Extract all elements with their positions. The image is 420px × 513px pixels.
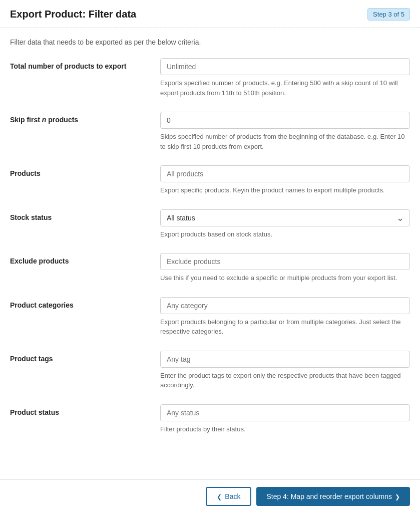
chevron-right-icon (395, 492, 400, 500)
hint-product-tags: Enter the product tags to export only th… (160, 371, 410, 390)
field-exclude-products: Use this if you need to exclude a specif… (160, 253, 410, 283)
form-row-product-categories: Product categories Export products belon… (10, 297, 410, 337)
hint-product-categories: Export products belonging to a particula… (160, 317, 410, 337)
form-row-stock-status: Stock status All status In stock Out of … (10, 209, 410, 239)
form-row-skip-products: Skip first n products Skips specified nu… (10, 112, 410, 151)
form-row-total-products: Total number of products to export Expor… (10, 58, 410, 98)
label-skip-products: Skip first n products (10, 112, 160, 124)
label-product-categories: Product categories (10, 297, 160, 309)
label-product-tags: Product tags (10, 351, 160, 363)
chevron-left-icon (217, 492, 222, 500)
select-wrapper-stock-status: All status In stock Out of stock On back… (160, 209, 410, 226)
field-product-categories: Export products belonging to a particula… (160, 297, 410, 337)
back-button-label: Back (225, 492, 240, 500)
label-stock-status: Stock status (10, 209, 160, 221)
hint-product-status: Filter products by their status. (160, 424, 410, 434)
field-products: Export specific products. Keyin the prod… (160, 165, 410, 195)
input-exclude-products[interactable] (160, 253, 410, 270)
input-skip-products[interactable] (160, 112, 410, 129)
page-header: Export Product: Filter data Step 3 of 5 (0, 0, 420, 28)
field-total-products: Exports specified number of products. e.… (160, 58, 410, 98)
label-product-status: Product status (10, 404, 160, 416)
input-products[interactable] (160, 165, 410, 182)
hint-exclude-products: Use this if you need to exclude a specif… (160, 273, 410, 283)
back-button[interactable]: Back (206, 487, 251, 506)
field-product-tags: Enter the product tags to export only th… (160, 351, 410, 390)
hint-products: Export specific products. Keyin the prod… (160, 185, 410, 195)
footer: Back Step 4: Map and reorder export colu… (0, 479, 420, 513)
input-total-products[interactable] (160, 58, 410, 75)
step-badge: Step 3 of 5 (367, 8, 410, 21)
label-products: Products (10, 165, 160, 177)
label-exclude-products: Exclude products (10, 253, 160, 265)
hint-skip-products: Skips specified number of products from … (160, 132, 410, 151)
field-stock-status: All status In stock Out of stock On back… (160, 209, 410, 239)
field-skip-products: Skips specified number of products from … (160, 112, 410, 151)
main-content: Filter data that needs to be exported as… (0, 28, 420, 488)
next-button-label: Step 4: Map and reorder export columns (266, 492, 392, 500)
hint-total-products: Exports specified number of products. e.… (160, 78, 410, 98)
form-row-exclude-products: Exclude products Use this if you need to… (10, 253, 410, 283)
hint-stock-status: Export products based on stock status. (160, 229, 410, 239)
page-title: Export Product: Filter data (10, 9, 136, 20)
form-row-products: Products Export specific products. Keyin… (10, 165, 410, 195)
next-button[interactable]: Step 4: Map and reorder export columns (256, 487, 410, 506)
input-product-tags[interactable] (160, 351, 410, 368)
intro-text: Filter data that needs to be exported as… (10, 38, 410, 46)
form-row-product-tags: Product tags Enter the product tags to e… (10, 351, 410, 390)
label-total-products: Total number of products to export (10, 58, 160, 70)
input-product-categories[interactable] (160, 297, 410, 314)
input-product-status[interactable] (160, 404, 410, 421)
form-row-product-status: Product status Filter products by their … (10, 404, 410, 434)
select-stock-status[interactable]: All status In stock Out of stock On back… (160, 209, 410, 226)
field-product-status: Filter products by their status. (160, 404, 410, 434)
